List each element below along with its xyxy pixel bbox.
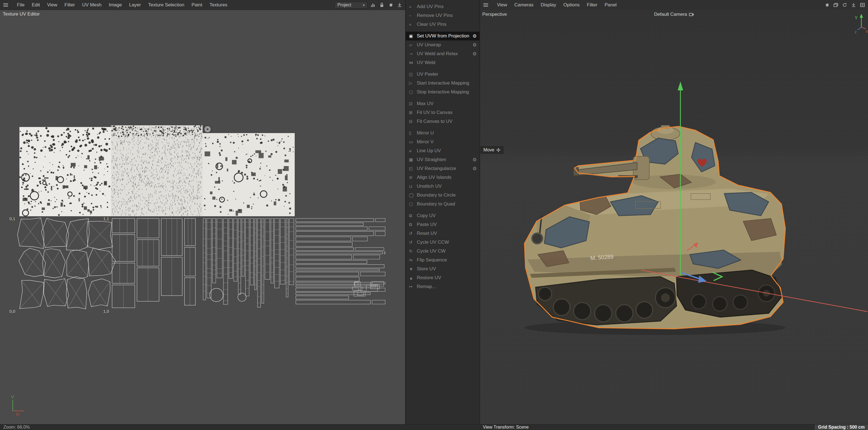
menu-item[interactable]: Image	[105, 0, 125, 10]
project-dropdown[interactable]: Project ▾	[335, 2, 367, 9]
uv-editor-toolbar: Project ▾	[335, 2, 403, 9]
command-item[interactable]: ▣ Set UVW from Projection ⚙	[406, 32, 479, 40]
command-icon: ⧉	[409, 213, 417, 218]
command-item[interactable]: ▢ Boundary to Quad	[406, 200, 479, 208]
menu-item[interactable]: File	[13, 0, 28, 10]
command-item[interactable]: ▱ UV Unwrap ⚙	[406, 40, 479, 49]
gear-icon[interactable]: ⚙	[472, 33, 477, 39]
command-icon: ▦	[409, 157, 417, 162]
menu-item[interactable]: Options	[560, 0, 583, 10]
command-item[interactable]: ▭ Mirror V	[406, 137, 479, 146]
command-item[interactable]: ◰ UV Rectangularize ⚙	[406, 164, 479, 173]
menu-item[interactable]: UV Mesh	[79, 0, 105, 10]
gear-icon[interactable]: ⚙	[472, 42, 477, 48]
viewport-menu-icon[interactable]	[484, 0, 492, 10]
menu-item[interactable]: View	[493, 0, 511, 10]
command-item[interactable]: ⊟ Fit Canvas to UV	[406, 117, 479, 126]
refresh-icon[interactable]	[841, 2, 848, 8]
v-axis-label: V	[11, 394, 14, 399]
gear-icon[interactable]: ⚙	[472, 51, 477, 57]
command-item[interactable]: ◫ UV Peeler	[406, 70, 479, 79]
view-transform-status: View Transform: Scene	[483, 425, 529, 430]
menu-item[interactable]: Filter	[583, 0, 601, 10]
command-item[interactable]: ⧉ Copy UV	[406, 211, 479, 220]
command-icon: ▢	[409, 202, 417, 206]
uv-canvas[interactable]	[0, 10, 405, 424]
menu-item[interactable]: Texture Selection	[145, 0, 188, 10]
command-icon: ▯	[409, 131, 417, 136]
command-label: Mirror U	[417, 130, 477, 136]
panel-icon[interactable]	[859, 2, 866, 8]
command-icon: −	[409, 13, 417, 18]
view-label[interactable]: Perspective	[482, 12, 507, 17]
command-icon: ⊘	[409, 175, 417, 180]
hand-icon[interactable]	[388, 2, 394, 8]
menu-item[interactable]: Filter	[61, 0, 79, 10]
command-item[interactable]: ⋈ UV Weld	[406, 58, 479, 67]
command-icon: ◰	[409, 166, 417, 171]
command-item[interactable]: ▦ UV Straighten ⚙	[406, 155, 479, 164]
u-axis-label: U	[16, 412, 19, 417]
command-icon: ⇋	[409, 258, 417, 263]
command-item[interactable]: − Remove UV Pins	[406, 11, 479, 20]
command-item[interactable]: ▯ Mirror U	[406, 129, 479, 137]
command-label: Cycle UV CCW	[417, 239, 477, 245]
command-icon: ⊟	[409, 119, 417, 124]
gear-icon[interactable]: ⚙	[472, 166, 477, 172]
download-icon[interactable]	[396, 2, 403, 8]
menu-item[interactable]: Edit	[28, 0, 43, 10]
uv-axis-widget: V U	[8, 394, 30, 417]
command-label: Fit Canvas to UV	[417, 119, 477, 124]
command-item[interactable]: ⇢ UV Weld and Relax ⚙	[406, 49, 479, 58]
perspective-viewport[interactable]: M. 50289 Y z	[480, 10, 868, 424]
menu-item[interactable]: Display	[537, 0, 560, 10]
command-item[interactable]: ▢ Stop Interactive Mapping	[406, 88, 479, 97]
command-item[interactable]: × Clear UV Pins	[406, 20, 479, 29]
menu-item[interactable]: Textures	[206, 0, 231, 10]
uv-coordinate-label: 1,0	[103, 309, 109, 313]
command-item[interactable]: ↺ Reset UV	[406, 229, 479, 238]
download-icon[interactable]	[850, 2, 857, 8]
menu-item[interactable]: View	[43, 0, 61, 10]
command-item[interactable]: ↻ Cycle UV CW	[406, 247, 479, 256]
move-tool-tooltip: Move	[480, 146, 503, 154]
command-label: Fit UV to Canvas	[417, 110, 477, 115]
tank-model[interactable]: M. 50289	[524, 125, 785, 329]
command-icon: ↦	[409, 284, 417, 289]
menu-item[interactable]: Layer	[125, 0, 145, 10]
command-item[interactable]: ▼ Store UV	[406, 264, 479, 273]
command-item[interactable]: ⊔ Unstitch UV	[406, 182, 479, 191]
histogram-icon[interactable]	[370, 2, 376, 8]
uv-coordinate-label: 0,0	[9, 309, 15, 313]
gear-icon[interactable]: ⚙	[472, 157, 477, 163]
menu-icon[interactable]	[3, 0, 12, 10]
menu-item[interactable]: Paint	[188, 0, 206, 10]
viewport-canvas[interactable]: M. 50289 Y z	[480, 10, 868, 424]
command-item[interactable]: ≡ Line Up UV	[406, 146, 479, 155]
command-label: Flip Sequence	[417, 257, 477, 263]
command-item[interactable]: ⊞ Fit UV to Canvas	[406, 108, 479, 117]
command-item[interactable]: ◯ Boundary to Circle	[406, 191, 479, 200]
command-item[interactable]: ⇋ Flip Sequence	[406, 256, 479, 264]
command-icon: ↻	[409, 249, 417, 254]
command-label: UV Peeler	[417, 71, 477, 77]
command-item[interactable]: ⊘ Align UV Islands	[406, 173, 479, 182]
lock-icon[interactable]	[378, 2, 385, 8]
menu-item[interactable]: Cameras	[511, 0, 537, 10]
command-item[interactable]: ↦ Remap...	[406, 282, 479, 291]
command-item[interactable]: + Add UV Pins	[406, 2, 479, 11]
camera-label[interactable]: Default Camera	[654, 12, 694, 17]
command-item[interactable]: ↺ Cycle UV CCW	[406, 238, 479, 247]
hand-icon[interactable]	[824, 2, 830, 8]
command-item[interactable]: ⧉ Paste UV	[406, 220, 479, 229]
command-icon: ⇢	[409, 51, 417, 56]
camera-icon	[689, 12, 694, 16]
command-item[interactable]: ⊡ Max UV	[406, 99, 479, 108]
command-label: Boundary to Quad	[417, 201, 477, 207]
uv-editor-panel[interactable]: Texture UV Editor 0,1 1,1 0,0 1,0 V U	[0, 10, 405, 424]
layers-icon[interactable]	[833, 2, 839, 8]
command-item[interactable]: ▲ Restore UV	[406, 273, 479, 282]
grid-spacing-status[interactable]: Grid Spacing : 500 cm	[815, 425, 868, 430]
menu-item[interactable]: Panel	[601, 0, 620, 10]
command-item[interactable]: ▷ Start Interactive Mapping	[406, 79, 479, 88]
